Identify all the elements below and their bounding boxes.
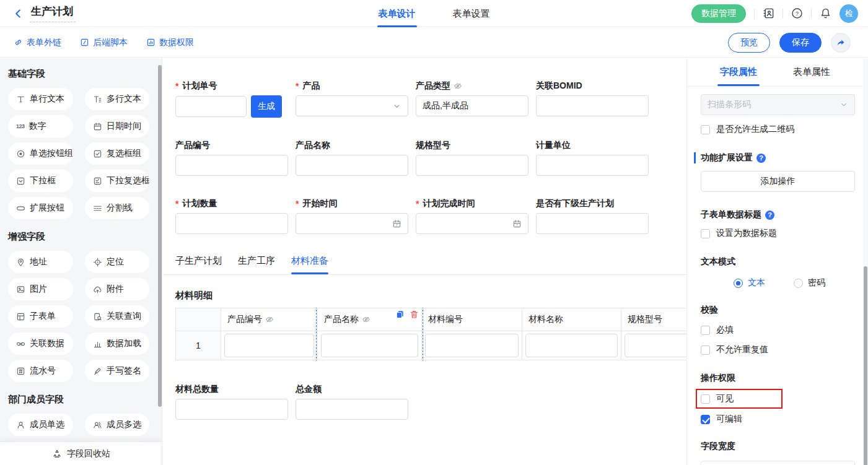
required-checkbox[interactable]: 必填 <box>701 324 855 336</box>
product-select[interactable] <box>296 95 408 116</box>
generate-button[interactable]: 生成 <box>251 95 282 118</box>
spec-input[interactable] <box>416 155 528 176</box>
field-product[interactable]: 产品 <box>296 80 408 118</box>
total-qty-input[interactable] <box>175 399 288 420</box>
column-product-no[interactable]: 产品编号 <box>221 308 318 360</box>
save-button[interactable]: 保存 <box>779 33 822 53</box>
bell-icon[interactable] <box>820 7 831 19</box>
field-finish-time[interactable]: 计划完成时间 7 <box>416 198 528 234</box>
avatar[interactable]: 检 <box>840 4 858 23</box>
checkbox[interactable] <box>701 345 710 355</box>
visible-checkbox[interactable]: 可见 <box>701 393 775 404</box>
field-pill-data-load[interactable]: 数据加载 <box>85 332 149 355</box>
field-pill-member-multi[interactable]: 成员多选 <box>85 414 149 436</box>
column-material-no[interactable]: 材料编号 <box>422 308 522 360</box>
checkbox[interactable] <box>701 229 710 238</box>
field-pill-select[interactable]: 下拉框 <box>8 170 73 192</box>
cell-input[interactable] <box>425 334 519 357</box>
column-spec[interactable]: 规格型号 <box>621 308 686 360</box>
cell-input[interactable] <box>321 334 418 357</box>
tab-form-properties[interactable]: 表单属性 <box>793 58 830 86</box>
field-pill-multi-line-text[interactable]: 多行文本 <box>85 88 149 110</box>
sidebar-scrollbar[interactable] <box>158 65 162 407</box>
contacts-icon[interactable] <box>763 7 774 19</box>
field-pill-radio-group[interactable]: 单选按钮组 <box>8 142 73 165</box>
field-pill-image[interactable]: 图片 <box>8 278 73 300</box>
field-plan-no[interactable]: 计划单号 生成 <box>175 80 288 118</box>
field-pill-address[interactable]: 地址 <box>8 251 73 273</box>
help-icon[interactable]: ? <box>756 154 766 163</box>
checkbox[interactable] <box>701 394 710 404</box>
cell-input[interactable] <box>625 334 686 357</box>
field-pill-number[interactable]: 123数字 <box>8 115 73 137</box>
field-pill-extend-button[interactable]: 扩展按钮 <box>8 197 73 219</box>
radio[interactable] <box>734 279 743 288</box>
editable-checkbox[interactable]: 可编辑 <box>701 414 855 425</box>
field-total-amount[interactable]: 总金额 <box>296 384 408 420</box>
has-sub-plan-input[interactable] <box>536 213 649 234</box>
radio-password[interactable]: 密码 <box>794 277 825 289</box>
field-has-sub-plan[interactable]: 是否有下级生产计划 <box>536 198 649 234</box>
data-manage-button[interactable]: 数据管理 <box>691 4 746 23</box>
field-pill-datetime[interactable]: 日期时间 <box>85 115 149 137</box>
column-material-name[interactable]: 材料名称 <box>522 308 621 360</box>
field-product-name[interactable]: 产品名称 <box>296 140 408 176</box>
field-spec[interactable]: 规格型号 <box>416 140 528 176</box>
cell-input[interactable] <box>525 334 618 357</box>
field-start-time[interactable]: 开始时间 7 <box>296 198 408 234</box>
field-pill-attachment[interactable]: 附件 <box>85 278 149 300</box>
no-duplicate-checkbox[interactable]: 不允许重复值 <box>701 344 855 355</box>
field-pill-member-single[interactable]: 成员单选 <box>8 414 73 436</box>
field-pill-signature[interactable]: 手写签名 <box>85 360 149 382</box>
cell-input[interactable] <box>224 334 314 357</box>
field-pill-divider-line[interactable]: 分割线 <box>85 197 149 219</box>
field-bom-id[interactable]: 关联BOMID <box>536 80 649 118</box>
start-time-input[interactable]: 7 <box>296 213 408 234</box>
copy-icon[interactable] <box>395 310 405 319</box>
page-title[interactable]: 生产计划 <box>30 4 76 22</box>
checkbox[interactable] <box>701 125 710 134</box>
checkbox[interactable] <box>701 415 710 424</box>
preview-button[interactable]: 预览 <box>728 33 770 53</box>
field-pill-single-line-text[interactable]: 单行文本 <box>8 88 73 110</box>
tab-form-design[interactable]: 表单设计 <box>379 0 416 27</box>
total-amount-input[interactable] <box>296 399 408 420</box>
field-plan-qty[interactable]: 计划数量 <box>175 198 288 234</box>
field-product-no[interactable]: 产品编号 <box>175 140 288 176</box>
plan-no-input[interactable] <box>175 96 247 117</box>
field-pill-multi-select[interactable]: 下拉复选框 <box>85 170 149 192</box>
checkbox[interactable] <box>701 326 710 335</box>
trash-icon[interactable] <box>410 310 419 319</box>
bom-id-input[interactable] <box>536 95 649 116</box>
backend-script-link[interactable]: 后端脚本 <box>80 37 128 48</box>
tab-sub-production-plan[interactable]: 子生产计划 <box>175 255 222 274</box>
help-icon[interactable]: ? <box>791 7 803 19</box>
share-button[interactable] <box>831 33 851 53</box>
back-icon[interactable] <box>12 8 24 19</box>
field-total-qty[interactable]: 材料总数量 <box>175 384 288 420</box>
finish-time-input[interactable]: 7 <box>416 213 528 234</box>
unit-input[interactable] <box>536 155 649 176</box>
field-pill-serial-number[interactable]: 流水号 <box>8 360 73 382</box>
product-type-input[interactable]: 成品,半成品 <box>416 95 528 116</box>
scan-barcode-select[interactable]: 扫描条形码 <box>701 94 855 115</box>
data-permission-link[interactable]: 数据权限 <box>146 37 194 48</box>
tab-form-settings[interactable]: 表单设置 <box>453 0 490 27</box>
product-name-input[interactable] <box>296 155 408 176</box>
field-pill-checkbox-group[interactable]: 复选框组 <box>85 142 149 165</box>
radio[interactable] <box>794 279 803 288</box>
radio-text[interactable]: 文本 <box>734 277 765 289</box>
scrollbar-thumb[interactable] <box>864 266 867 465</box>
tab-production-process[interactable]: 生产工序 <box>238 255 275 274</box>
column-product-name-selected[interactable]: 产品名称 <box>318 308 422 360</box>
tab-field-properties[interactable]: 字段属性 <box>720 58 757 86</box>
field-product-type[interactable]: 产品类型 成品,半成品 <box>416 80 528 118</box>
form-external-link[interactable]: 表单外链 <box>14 37 61 48</box>
allow-qr-checkbox[interactable]: 是否允许生成二维码 <box>701 124 855 135</box>
field-pill-subform[interactable]: 子表单 <box>8 305 73 328</box>
add-action-button[interactable]: 添加操作 <box>701 171 855 192</box>
product-no-input[interactable] <box>175 155 288 176</box>
field-recycle-bin[interactable]: 字段回收站 <box>0 441 162 465</box>
help-icon[interactable]: ? <box>765 211 774 220</box>
tab-material-preparation[interactable]: 材料准备 <box>291 255 328 274</box>
